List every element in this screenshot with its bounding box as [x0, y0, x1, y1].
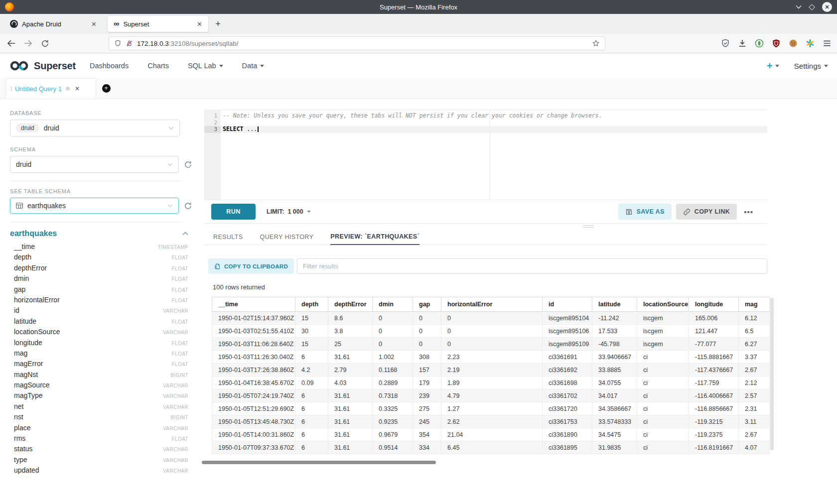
limit-dropdown[interactable]: LIMIT: 1 000: [267, 208, 311, 215]
editor-line[interactable]: 2: [204, 120, 767, 126]
shield-permissions-icon[interactable]: [114, 39, 122, 47]
table-cell: 17.533: [592, 325, 637, 337]
extension-green-icon[interactable]: [754, 38, 764, 48]
schema-select[interactable]: druid: [10, 156, 179, 173]
copy-to-clipboard-label: COPY TO CLIPBOARD: [224, 263, 288, 269]
new-tab-button[interactable]: +: [215, 18, 221, 29]
query-tab-close-icon[interactable]: ✕: [75, 85, 80, 92]
column-type: VARCHAR: [163, 308, 188, 314]
query-tab-untitled-query-1[interactable]: ⦙⦙ Untitled Query 1 ✕: [5, 78, 96, 99]
table-cell: 0: [373, 312, 413, 324]
copy-to-clipboard-button[interactable]: COPY TO CLIPBOARD: [208, 258, 294, 274]
filter-results-input[interactable]: [297, 258, 767, 274]
tab-close-icon[interactable]: ✕: [91, 20, 97, 28]
table-header-cell[interactable]: __time: [212, 297, 295, 311]
table-header-cell[interactable]: mag: [739, 297, 770, 311]
limit-value: 1 000: [287, 208, 303, 215]
table-cell: -45.798: [592, 338, 637, 350]
table-header-cell[interactable]: id: [543, 297, 592, 311]
table-cell: iscgem895109: [543, 338, 592, 350]
table-horizontal-scrollbar[interactable]: [202, 461, 436, 464]
table-header-cell[interactable]: horizontalError: [441, 297, 543, 311]
window-minimize-icon[interactable]: [796, 5, 802, 9]
table-header-cell[interactable]: depth: [295, 297, 328, 311]
table-cell: 31.61: [328, 428, 373, 441]
editor-line-number: 3: [204, 126, 221, 133]
column-type: FLOAT: [172, 362, 188, 367]
plus-circle-icon: +: [102, 84, 111, 93]
superset-logo[interactable]: Superset: [9, 59, 76, 72]
table-cell: 31.61: [328, 402, 373, 415]
nav-item-data[interactable]: Data: [242, 62, 265, 70]
settings-menu[interactable]: Settings: [794, 62, 828, 70]
copy-link-button[interactable]: COPY LINK: [676, 204, 737, 220]
collapse-chevron-up-icon[interactable]: [182, 232, 188, 236]
table-schema-title: earthquakes: [10, 229, 57, 238]
table-header-cell[interactable]: locationSource: [637, 297, 689, 311]
table-cell: 1950-01-03T02:51:55.410Z: [212, 325, 295, 337]
table-header-cell[interactable]: gap: [413, 297, 441, 311]
nav-item-sql-lab[interactable]: SQL Lab: [188, 62, 223, 70]
cookie-icon[interactable]: [788, 38, 798, 48]
url-bar[interactable]: 172.18.0.3:32108/superset/sqllab/: [109, 36, 605, 50]
table-cell: 34.3586667: [592, 402, 637, 415]
table-header-cell[interactable]: latitude: [592, 297, 637, 311]
editor-line[interactable]: 3SELECT ...: [204, 126, 767, 133]
protections-shield-icon[interactable]: [720, 38, 730, 48]
nav-item-dashboards[interactable]: Dashboards: [90, 62, 129, 70]
table-cell: ci: [637, 377, 689, 389]
hamburger-menu-icon[interactable]: [822, 38, 832, 48]
back-button[interactable]: [6, 38, 16, 48]
table-cell: 6.5: [739, 325, 770, 337]
reload-button[interactable]: [40, 38, 50, 48]
table-cell: 6: [295, 351, 328, 363]
schema-column-row: horizontalErrorFLOAT: [14, 296, 188, 306]
results-actions: COPY TO CLIPBOARD: [204, 258, 767, 274]
results-pane-tab[interactable]: RESULTS: [213, 229, 243, 245]
table-header-cell[interactable]: dmin: [373, 297, 413, 311]
tab-title: Superset: [123, 20, 193, 28]
sql-editor[interactable]: 1-- Note: Unless you save your query, th…: [204, 110, 767, 200]
table-select[interactable]: earthquakes: [10, 198, 179, 214]
browser-tab-apache-druid[interactable]: Apache Druid ✕: [4, 16, 103, 32]
results-pane-tab[interactable]: QUERY HISTORY: [260, 229, 314, 245]
refresh-tables-icon[interactable]: [184, 202, 192, 210]
table-cell: iscgem: [637, 312, 689, 324]
new-item-button[interactable]: +: [767, 60, 779, 72]
window-maximize-icon[interactable]: [809, 4, 815, 10]
refresh-schemas-icon[interactable]: [184, 160, 192, 169]
drag-handle-icon[interactable]: ⦙⦙: [10, 86, 11, 91]
tab-close-icon[interactable]: ✕: [197, 20, 202, 28]
table-header-cell[interactable]: depthError: [328, 297, 373, 311]
table-cell: 1950-01-07T09:37:33.670Z: [212, 441, 295, 454]
extension-asterisk-icon[interactable]: [805, 38, 815, 48]
editor-line[interactable]: 1-- Note: Unless you save your query, th…: [204, 113, 767, 120]
column-type: FLOAT: [172, 287, 188, 293]
nav-label: SQL Lab: [188, 62, 216, 70]
editor-line-code: [221, 120, 767, 126]
table-vertical-scrollbar[interactable]: [770, 298, 774, 450]
table-cell: 1950-01-05T13:45:48.730Z: [212, 415, 295, 428]
results-pane-tab[interactable]: PREVIEW: `EARTHQUAKES`: [330, 229, 419, 245]
table-cell: 2.12: [739, 377, 770, 389]
table-cell: 0.3325: [373, 402, 413, 415]
bookmark-star-icon[interactable]: [592, 39, 600, 47]
downloads-icon[interactable]: [737, 38, 747, 48]
table-cell: 4.2: [295, 364, 328, 376]
run-button[interactable]: RUN: [211, 204, 256, 220]
insecure-lock-icon[interactable]: [126, 39, 133, 47]
pane-resize-handle[interactable]: [583, 225, 594, 229]
window-close-button[interactable]: ✕: [822, 2, 832, 12]
more-actions-button[interactable]: •••: [744, 208, 753, 216]
table-header-cell[interactable]: longitude: [689, 297, 739, 311]
database-select[interactable]: druid druid: [10, 120, 180, 136]
ublock-shield-icon[interactable]: [771, 38, 781, 48]
save-as-button[interactable]: SAVE AS: [618, 204, 672, 220]
add-query-tab-button[interactable]: +: [96, 78, 116, 99]
nav-item-charts[interactable]: Charts: [147, 62, 169, 70]
table-cell: 1950-01-02T15:14:37.960Z: [212, 312, 295, 324]
table-cell: 31.61: [328, 415, 373, 428]
forward-button[interactable]: [23, 38, 33, 48]
column-type: FLOAT: [172, 436, 188, 442]
browser-tab-superset[interactable]: ∞ Superset ✕: [108, 16, 208, 32]
